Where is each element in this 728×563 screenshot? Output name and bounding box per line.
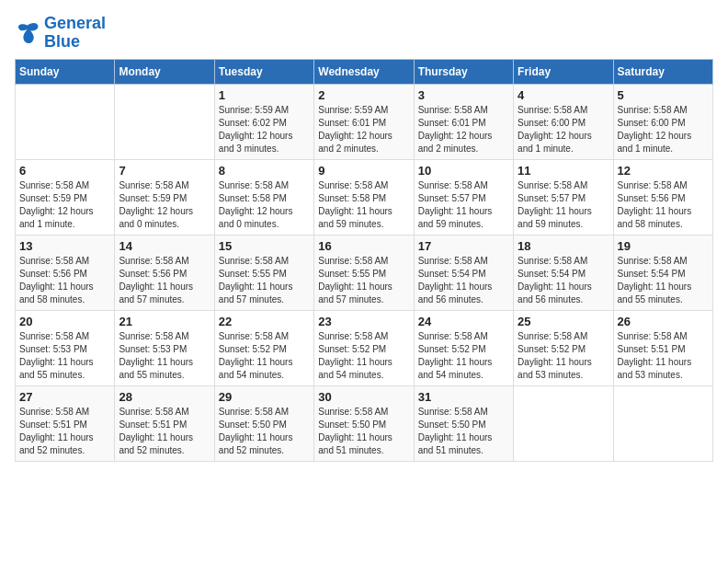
week-row-0: 1Sunrise: 5:59 AM Sunset: 6:02 PM Daylig… [16,84,713,159]
day-number: 21 [119,315,210,328]
calendar-cell: 31Sunrise: 5:58 AM Sunset: 5:50 PM Dayli… [414,385,513,461]
day-info: Sunrise: 5:58 AM Sunset: 5:54 PM Dayligh… [618,255,709,306]
day-info: Sunrise: 5:58 AM Sunset: 5:54 PM Dayligh… [518,255,609,306]
calendar-cell: 5Sunrise: 5:58 AM Sunset: 6:00 PM Daylig… [613,84,712,159]
day-number: 23 [318,315,409,328]
day-info: Sunrise: 5:58 AM Sunset: 5:50 PM Dayligh… [318,406,409,457]
calendar-cell: 10Sunrise: 5:58 AM Sunset: 5:57 PM Dayli… [414,159,513,235]
calendar-cell: 1Sunrise: 5:59 AM Sunset: 6:02 PM Daylig… [214,84,313,159]
logo-icon [15,20,40,46]
calendar-cell: 12Sunrise: 5:58 AM Sunset: 5:56 PM Dayli… [613,159,712,235]
day-header-sunday: Sunday [16,59,115,84]
calendar-cell: 27Sunrise: 5:58 AM Sunset: 5:51 PM Dayli… [16,385,115,461]
day-info: Sunrise: 5:58 AM Sunset: 5:55 PM Dayligh… [318,255,409,306]
day-number: 30 [318,390,409,404]
day-number: 27 [19,390,110,404]
day-info: Sunrise: 5:58 AM Sunset: 5:58 PM Dayligh… [318,179,409,231]
day-info: Sunrise: 5:58 AM Sunset: 5:56 PM Dayligh… [618,179,709,231]
day-info: Sunrise: 5:58 AM Sunset: 5:55 PM Dayligh… [219,255,310,306]
day-info: Sunrise: 5:58 AM Sunset: 6:00 PM Dayligh… [518,104,609,155]
day-info: Sunrise: 5:58 AM Sunset: 5:52 PM Dayligh… [418,330,509,382]
day-info: Sunrise: 5:58 AM Sunset: 5:59 PM Dayligh… [19,179,110,231]
calendar-cell: 16Sunrise: 5:58 AM Sunset: 5:55 PM Dayli… [314,235,414,310]
page-header: General Blue [15,15,713,52]
day-header-wednesday: Wednesday [314,59,414,84]
day-number: 7 [119,164,210,178]
day-number: 11 [518,164,609,178]
day-number: 26 [618,315,709,328]
day-number: 19 [618,239,709,253]
day-number: 14 [119,239,210,253]
calendar-cell: 14Sunrise: 5:58 AM Sunset: 5:56 PM Dayli… [115,235,214,310]
calendar-cell: 3Sunrise: 5:58 AM Sunset: 6:01 PM Daylig… [414,84,513,159]
day-info: Sunrise: 5:59 AM Sunset: 6:02 PM Dayligh… [219,104,310,155]
calendar-cell [16,84,115,159]
logo: General Blue [15,15,106,52]
day-header-friday: Friday [514,59,613,84]
day-header-monday: Monday [115,59,214,84]
day-info: Sunrise: 5:58 AM Sunset: 5:52 PM Dayligh… [219,330,310,382]
day-number: 16 [318,239,409,253]
day-number: 5 [618,88,709,102]
day-info: Sunrise: 5:58 AM Sunset: 5:57 PM Dayligh… [418,179,509,231]
calendar-cell: 8Sunrise: 5:58 AM Sunset: 5:58 PM Daylig… [214,159,313,235]
week-row-3: 20Sunrise: 5:58 AM Sunset: 5:53 PM Dayli… [16,310,713,385]
calendar-cell: 19Sunrise: 5:58 AM Sunset: 5:54 PM Dayli… [613,235,712,310]
calendar-cell: 18Sunrise: 5:58 AM Sunset: 5:54 PM Dayli… [514,235,613,310]
calendar-cell: 30Sunrise: 5:58 AM Sunset: 5:50 PM Dayli… [314,385,414,461]
calendar-cell: 4Sunrise: 5:58 AM Sunset: 6:00 PM Daylig… [514,84,613,159]
calendar-cell [514,385,613,461]
week-row-2: 13Sunrise: 5:58 AM Sunset: 5:56 PM Dayli… [16,235,713,310]
calendar-cell: 9Sunrise: 5:58 AM Sunset: 5:58 PM Daylig… [314,159,414,235]
day-number: 10 [418,164,509,178]
calendar-cell: 20Sunrise: 5:58 AM Sunset: 5:53 PM Dayli… [16,310,115,385]
day-number: 12 [618,164,709,178]
day-number: 4 [518,88,609,102]
day-header-tuesday: Tuesday [214,59,313,84]
day-number: 3 [418,88,509,102]
calendar-cell: 7Sunrise: 5:58 AM Sunset: 5:59 PM Daylig… [115,159,214,235]
day-number: 29 [219,390,310,404]
day-info: Sunrise: 5:58 AM Sunset: 5:56 PM Dayligh… [119,255,210,306]
day-info: Sunrise: 5:58 AM Sunset: 5:58 PM Dayligh… [219,179,310,231]
day-info: Sunrise: 5:58 AM Sunset: 5:53 PM Dayligh… [19,330,110,382]
day-number: 18 [518,239,609,253]
day-number: 17 [418,239,509,253]
day-info: Sunrise: 5:58 AM Sunset: 5:59 PM Dayligh… [119,179,210,231]
calendar-cell: 17Sunrise: 5:58 AM Sunset: 5:54 PM Dayli… [414,235,513,310]
day-number: 13 [19,239,110,253]
day-info: Sunrise: 5:58 AM Sunset: 5:56 PM Dayligh… [19,255,110,306]
calendar-cell: 11Sunrise: 5:58 AM Sunset: 5:57 PM Dayli… [514,159,613,235]
calendar-cell: 24Sunrise: 5:58 AM Sunset: 5:52 PM Dayli… [414,310,513,385]
day-number: 31 [418,390,509,404]
week-row-1: 6Sunrise: 5:58 AM Sunset: 5:59 PM Daylig… [16,159,713,235]
day-info: Sunrise: 5:59 AM Sunset: 6:01 PM Dayligh… [318,104,409,155]
day-number: 15 [219,239,310,253]
day-info: Sunrise: 5:58 AM Sunset: 5:52 PM Dayligh… [518,330,609,382]
day-info: Sunrise: 5:58 AM Sunset: 6:01 PM Dayligh… [418,104,509,155]
day-info: Sunrise: 5:58 AM Sunset: 5:50 PM Dayligh… [418,406,509,457]
calendar-cell: 15Sunrise: 5:58 AM Sunset: 5:55 PM Dayli… [214,235,313,310]
calendar-cell [115,84,214,159]
week-row-4: 27Sunrise: 5:58 AM Sunset: 5:51 PM Dayli… [16,385,713,461]
day-info: Sunrise: 5:58 AM Sunset: 5:53 PM Dayligh… [119,330,210,382]
day-info: Sunrise: 5:58 AM Sunset: 5:51 PM Dayligh… [618,330,709,382]
day-info: Sunrise: 5:58 AM Sunset: 5:52 PM Dayligh… [318,330,409,382]
day-number: 9 [318,164,409,178]
calendar-cell: 28Sunrise: 5:58 AM Sunset: 5:51 PM Dayli… [115,385,214,461]
calendar-cell: 29Sunrise: 5:58 AM Sunset: 5:50 PM Dayli… [214,385,313,461]
day-number: 20 [19,315,110,328]
day-number: 22 [219,315,310,328]
day-header-thursday: Thursday [414,59,513,84]
day-info: Sunrise: 5:58 AM Sunset: 5:54 PM Dayligh… [418,255,509,306]
day-number: 25 [518,315,609,328]
calendar-cell: 25Sunrise: 5:58 AM Sunset: 5:52 PM Dayli… [514,310,613,385]
day-number: 6 [19,164,110,178]
day-number: 8 [219,164,310,178]
day-number: 28 [119,390,210,404]
day-info: Sunrise: 5:58 AM Sunset: 5:51 PM Dayligh… [119,406,210,457]
day-info: Sunrise: 5:58 AM Sunset: 6:00 PM Dayligh… [618,104,709,155]
day-info: Sunrise: 5:58 AM Sunset: 5:50 PM Dayligh… [219,406,310,457]
logo-text: General Blue [44,15,106,52]
day-number: 1 [219,88,310,102]
